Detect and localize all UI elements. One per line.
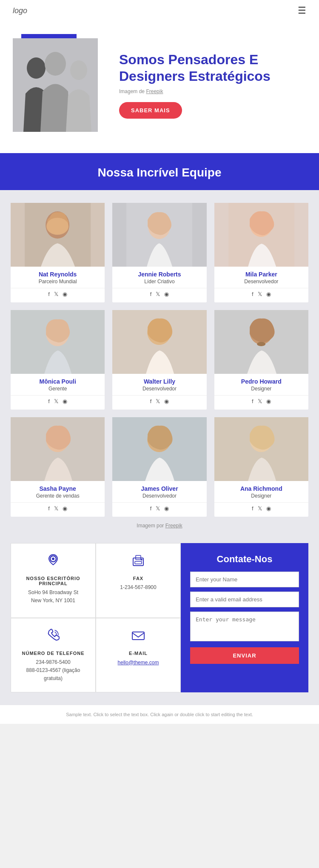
social-icons: f 𝕏 ◉	[11, 395, 105, 404]
twitter-icon[interactable]: 𝕏	[156, 398, 160, 404]
hamburger-menu-icon[interactable]: ☰	[298, 5, 306, 16]
facebook-icon[interactable]: f	[252, 398, 253, 404]
twitter-icon[interactable]: 𝕏	[258, 398, 262, 404]
contact-form-area: Contate-Nos ENVIAR	[181, 543, 308, 692]
contact-info-col2: FAX 1-234-567-8900 E-MAIL hello@theme.co…	[96, 543, 181, 692]
facebook-icon[interactable]: f	[252, 505, 253, 512]
contact-form-title: Contate-Nos	[190, 554, 299, 565]
contact-fax-detail: 1-234-567-8900	[104, 583, 173, 592]
social-icons: f 𝕏 ◉	[214, 502, 308, 512]
hero-credit-link[interactable]: Freepik	[146, 88, 163, 94]
contact-box-phone: NÚMERO DE TELEFONE 234-9876-5400888-0123…	[11, 618, 96, 693]
team-card-image	[214, 417, 308, 481]
team-card-jennie-roberts: Jennie Roberts Líder Criativo f 𝕏 ◉	[112, 203, 206, 302]
team-member-role: Desenvolvedor	[112, 493, 206, 499]
instagram-icon[interactable]: ◉	[164, 291, 169, 297]
social-icons: f 𝕏 ◉	[112, 395, 206, 404]
team-card-sasha-payne: Sasha Payne Gerente de vendas f 𝕏 ◉	[11, 417, 105, 517]
fax-icon	[104, 553, 173, 572]
social-icons: f 𝕏 ◉	[214, 395, 308, 404]
contact-phone-title: NÚMERO DE TELEFONE	[19, 651, 88, 656]
team-card-james-oliver: James Oliver Desenvolvedor f 𝕏 ◉	[112, 417, 206, 517]
contact-box-email: E-MAIL hello@theme.com	[96, 618, 181, 693]
team-member-name: Pedro Howard	[214, 378, 308, 385]
instagram-icon[interactable]: ◉	[63, 398, 67, 404]
team-credit-link[interactable]: Freepik	[165, 523, 182, 529]
instagram-icon[interactable]: ◉	[266, 505, 271, 512]
contact-email-input[interactable]	[190, 592, 299, 607]
email-icon	[104, 628, 173, 646]
team-member-name: Mila Parker	[214, 271, 308, 278]
svg-point-1	[27, 57, 46, 79]
social-icons: f 𝕏 ◉	[214, 288, 308, 297]
instagram-icon[interactable]: ◉	[266, 291, 271, 297]
team-card-pedro-howard: Pedro Howard Designer f 𝕏 ◉	[214, 310, 308, 410]
instagram-icon[interactable]: ◉	[164, 398, 169, 404]
contact-email-link[interactable]: hello@theme.com	[118, 660, 159, 666]
team-member-role: Gerente	[11, 386, 105, 392]
facebook-icon[interactable]: f	[150, 398, 152, 404]
team-card-image	[11, 203, 105, 267]
team-member-role: Desenvolvedor	[214, 279, 308, 285]
team-member-role: Parceiro Mundial	[11, 279, 105, 285]
team-grid: Nat Reynolds Parceiro Mundial f 𝕏 ◉	[11, 203, 308, 517]
svg-point-17	[257, 342, 265, 346]
contact-message-input[interactable]	[190, 612, 299, 641]
team-card-nat-reynolds: Nat Reynolds Parceiro Mundial f 𝕏 ◉	[11, 203, 105, 302]
twitter-icon[interactable]: 𝕏	[258, 505, 262, 512]
svg-rect-30	[132, 632, 144, 640]
svg-point-29	[141, 559, 142, 561]
twitter-icon[interactable]: 𝕏	[156, 291, 160, 297]
svg-point-3	[70, 60, 87, 80]
twitter-icon[interactable]: 𝕏	[54, 505, 58, 512]
contact-section: NOSSO ESCRITÓRIO PRINCIPAL SoHo 94 Broad…	[0, 543, 319, 705]
twitter-icon[interactable]: 𝕏	[54, 291, 58, 297]
team-member-name: Jennie Roberts	[112, 271, 206, 278]
contact-office-title: NOSSO ESCRITÓRIO PRINCIPAL	[19, 576, 88, 586]
contact-info-col1: NOSSO ESCRITÓRIO PRINCIPAL SoHo 94 Broad…	[11, 543, 96, 692]
twitter-icon[interactable]: 𝕏	[156, 505, 160, 512]
footer: Sample text. Click to select the text bo…	[0, 705, 319, 724]
team-card-image	[112, 310, 206, 374]
facebook-icon[interactable]: f	[48, 291, 50, 297]
footer-text: Sample text. Click to select the text bo…	[66, 712, 253, 717]
team-member-role: Designer	[214, 493, 308, 499]
social-icons: f 𝕏 ◉	[112, 288, 206, 297]
team-card-walter-lilly: Walter Lilly Desenvolvedor f 𝕏 ◉	[112, 310, 206, 410]
header: logo ☰	[0, 0, 319, 21]
facebook-icon[interactable]: f	[48, 398, 50, 404]
team-card-image	[112, 203, 206, 267]
team-member-role: Desenvolvedor	[112, 386, 206, 392]
facebook-icon[interactable]: f	[252, 291, 253, 297]
twitter-icon[interactable]: 𝕏	[54, 398, 58, 404]
facebook-icon[interactable]: f	[150, 291, 152, 297]
team-member-name: Walter Lilly	[112, 378, 206, 385]
contact-email-title: E-MAIL	[104, 651, 173, 656]
team-credit: Imagem por Freepik	[11, 517, 308, 535]
contact-box-fax: FAX 1-234-567-8900	[96, 543, 181, 618]
instagram-icon[interactable]: ◉	[266, 398, 271, 404]
social-icons: f 𝕏 ◉	[112, 502, 206, 512]
location-icon	[19, 553, 88, 572]
team-card-image	[11, 417, 105, 481]
hero-title: Somos Pensadores E Designers Estratégico…	[119, 51, 306, 84]
facebook-icon[interactable]: f	[48, 505, 50, 512]
hero-text-block: Somos Pensadores E Designers Estratégico…	[119, 51, 306, 119]
contact-name-input[interactable]	[190, 572, 299, 587]
instagram-icon[interactable]: ◉	[63, 291, 67, 297]
hero-section: Somos Pensadores E Designers Estratégico…	[0, 21, 319, 153]
twitter-icon[interactable]: 𝕏	[258, 291, 262, 297]
logo: logo	[13, 6, 27, 15]
hero-image	[13, 38, 98, 132]
facebook-icon[interactable]: f	[150, 505, 152, 512]
social-icons: f 𝕏 ◉	[11, 288, 105, 297]
instagram-icon[interactable]: ◉	[63, 505, 67, 512]
contact-phone-detail: 234-9876-5400888-0123-4567 (ligação grat…	[19, 658, 88, 683]
hero-cta-button[interactable]: SABER MAIS	[119, 102, 182, 119]
contact-submit-button[interactable]: ENVIAR	[190, 647, 299, 664]
phone-icon	[19, 628, 88, 646]
team-section: Nossa Incrível Equipe Nat Reynolds Parce…	[0, 153, 319, 543]
instagram-icon[interactable]: ◉	[164, 505, 169, 512]
team-member-name: Nat Reynolds	[11, 271, 105, 278]
team-section-title: Nossa Incrível Equipe	[0, 166, 319, 190]
